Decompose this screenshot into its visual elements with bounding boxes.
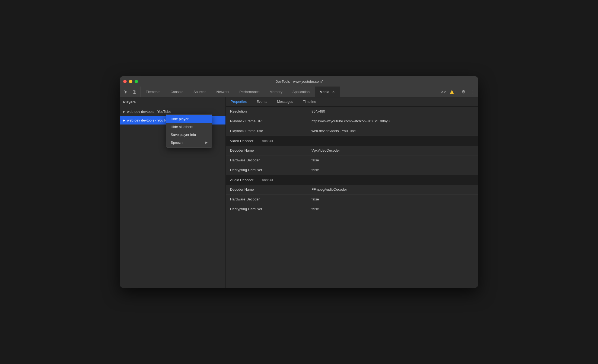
close-button[interactable] (123, 80, 127, 83)
audio-decrypting-demuxer-row: Decrypting Demuxer false (226, 204, 478, 214)
tab-application[interactable]: Application (288, 87, 315, 97)
audio-decrypting-demuxer-value: false (307, 205, 478, 213)
context-menu-speech[interactable]: Speech ▶ (166, 139, 212, 146)
tab-network[interactable]: Network (212, 87, 235, 97)
sidebar: Players ▶ web.dev devtools - YouTube ▶ w… (120, 97, 226, 288)
audio-decoder-label: Audio Decoder (226, 176, 258, 184)
video-decrypting-demuxer-value: false (307, 166, 478, 174)
settings-icon[interactable]: ⚙ (460, 88, 467, 96)
toolbar-right: >> ⚠️ 1 ⚙ ⋮ (437, 87, 478, 97)
audio-decoder-name-value: FFmpegAudioDecoder (307, 185, 478, 194)
close-tab-icon[interactable]: ✕ (332, 90, 335, 94)
audio-decoder-track: Track #1 (258, 176, 276, 184)
main-content: Players ▶ web.dev devtools - YouTube ▶ w… (120, 97, 478, 288)
prop-value-frame-title: web.dev devtools - YouTube (307, 127, 478, 135)
player-label-2: web.dev devtools - YouTube (127, 118, 171, 122)
warning-count: 1 (455, 90, 457, 94)
tab-sources[interactable]: Sources (189, 87, 212, 97)
video-decrypting-demuxer-row: Decrypting Demuxer false (226, 165, 478, 175)
player-arrow-icon-2: ▶ (123, 119, 125, 122)
tab-messages[interactable]: Messages (272, 97, 298, 106)
video-decoder-header: Video Decoder Track #1 (226, 136, 478, 146)
panel-tabs: Properties Events Messages Timeline (226, 97, 478, 107)
prop-row-frame-title: Playback Frame Title web.dev devtools - … (226, 126, 478, 136)
context-menu-hide-others[interactable]: Hide all others (166, 123, 212, 131)
warning-icon: ⚠️ (450, 90, 454, 94)
audio-hardware-decoder-value: false (307, 195, 478, 203)
audio-decoder-header: Audio Decoder Track #1 (226, 175, 478, 185)
video-hardware-decoder-row: Hardware Decoder false (226, 155, 478, 165)
video-decoder-label: Video Decoder (226, 137, 258, 145)
tab-events[interactable]: Events (252, 97, 272, 106)
prop-value-frame-url: https://www.youtube.com/watch?v=H0XScE08… (307, 117, 478, 125)
properties-table: Resolution 854x480 Playback Frame URL ht… (226, 107, 478, 288)
svg-rect-0 (133, 90, 135, 94)
tab-console[interactable]: Console (166, 87, 189, 97)
context-menu: Hide player Hide all others Save player … (166, 114, 212, 148)
video-decoder-name-row: Decoder Name VpxVideoDecoder (226, 146, 478, 155)
prop-row-resolution: Resolution 854x480 (226, 107, 478, 116)
minimize-button[interactable] (129, 80, 132, 83)
video-hardware-decoder-value: false (307, 156, 478, 164)
devtools-window: DevTools - www.youtube.com/ Elements Con… (120, 76, 478, 288)
video-decoder-name-key: Decoder Name (226, 146, 307, 155)
prop-row-frame-url: Playback Frame URL https://www.youtube.c… (226, 116, 478, 126)
prop-key-resolution: Resolution (226, 107, 307, 116)
prop-value-resolution: 854x480 (307, 107, 478, 116)
audio-hardware-decoder-key: Hardware Decoder (226, 195, 307, 203)
video-decrypting-demuxer-key: Decrypting Demuxer (226, 166, 307, 174)
title-bar: DevTools - www.youtube.com/ (120, 76, 478, 87)
video-decoder-name-value: VpxVideoDecoder (307, 146, 478, 155)
overflow-icon[interactable]: >> (440, 88, 447, 96)
submenu-arrow-icon: ▶ (205, 141, 208, 144)
player-label-1: web.dev devtools - YouTube (127, 110, 171, 114)
prop-key-frame-url: Playback Frame URL (226, 117, 307, 125)
audio-decoder-name-row: Decoder Name FFmpegAudioDecoder (226, 185, 478, 194)
tab-properties[interactable]: Properties (226, 97, 252, 106)
tab-elements[interactable]: Elements (141, 87, 166, 97)
audio-hardware-decoder-row: Hardware Decoder false (226, 194, 478, 204)
tab-media[interactable]: Media ✕ (315, 87, 340, 97)
tab-performance[interactable]: Performance (234, 87, 265, 97)
video-hardware-decoder-key: Hardware Decoder (226, 156, 307, 164)
device-icon[interactable] (131, 88, 138, 96)
player-arrow-icon: ▶ (123, 110, 125, 113)
context-menu-save-info[interactable]: Save player info (166, 131, 212, 139)
tab-timeline[interactable]: Timeline (298, 97, 321, 106)
toolbar-icon-group (120, 87, 141, 97)
prop-key-frame-title: Playback Frame Title (226, 127, 307, 135)
audio-decrypting-demuxer-key: Decrypting Demuxer (226, 205, 307, 213)
sidebar-header: Players (120, 97, 225, 107)
maximize-button[interactable] (135, 80, 138, 83)
cursor-icon[interactable] (122, 88, 130, 96)
right-panel: Properties Events Messages Timeline Reso… (226, 97, 478, 288)
audio-decoder-name-key: Decoder Name (226, 185, 307, 194)
more-icon[interactable]: ⋮ (468, 88, 476, 96)
warning-badge: ⚠️ 1 (448, 90, 459, 94)
traffic-lights (123, 80, 138, 83)
toolbar-tabs: Elements Console Sources Network Perform… (141, 87, 437, 97)
window-title: DevTools - www.youtube.com/ (275, 79, 323, 84)
tab-memory[interactable]: Memory (265, 87, 288, 97)
video-decoder-track: Track #1 (258, 137, 276, 145)
toolbar: Elements Console Sources Network Perform… (120, 87, 478, 97)
context-menu-hide-player[interactable]: Hide player (166, 115, 212, 123)
